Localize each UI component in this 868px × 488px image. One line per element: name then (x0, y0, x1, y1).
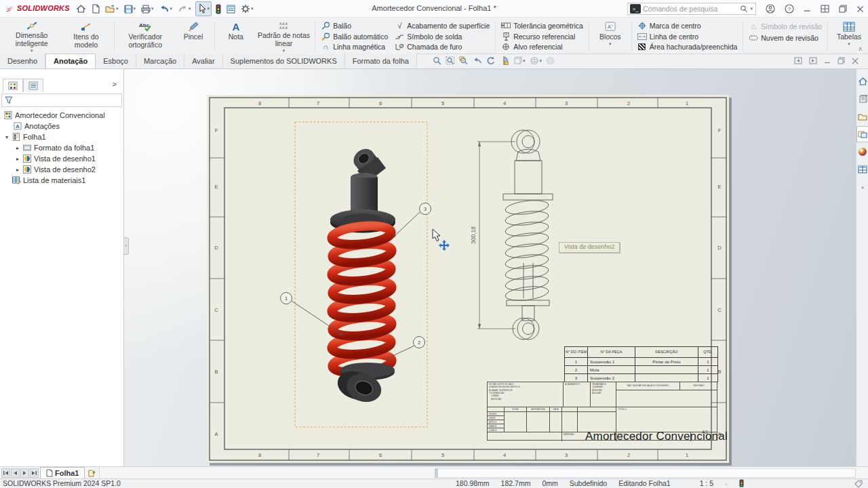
status-tag-icon[interactable] (854, 480, 863, 488)
account-button[interactable] (766, 4, 775, 14)
minimize-button[interactable] (804, 5, 811, 13)
propertymanager-tab[interactable] (23, 79, 43, 92)
options-button[interactable]: ▾ (239, 1, 255, 16)
tab-formato-folha[interactable]: Formato da folha (345, 54, 417, 68)
next-sheet-button[interactable] (20, 468, 29, 478)
appearance-button[interactable] (546, 56, 555, 65)
first-sheet-button[interactable] (1, 468, 10, 478)
taskpane-home-button[interactable] (856, 73, 868, 89)
help-button[interactable]: ? (785, 4, 794, 14)
bom-cell[interactable]: 1 (698, 358, 718, 366)
search-input[interactable]: Comandos de pesquisa (643, 5, 740, 13)
tree-item-formato[interactable]: ▸ Formato da folha1 (0, 142, 123, 153)
bom-cell[interactable]: Suspensão 1 (588, 358, 635, 366)
blocks-button[interactable]: A° Blocos ▾ (591, 19, 629, 54)
tab-anotacao[interactable]: Anotação (45, 54, 96, 68)
bom-cell[interactable]: 2 (565, 366, 588, 374)
zoom-to-area-button[interactable] (459, 56, 469, 65)
bom-row[interactable]: 3 Suspensão 2 1 (565, 374, 718, 382)
sheet-tab-folha1[interactable]: Folha1 (40, 467, 85, 479)
close-button[interactable] (856, 5, 864, 13)
tree-item-annotations[interactable]: A Anotações (0, 121, 123, 131)
bom-row[interactable]: 1 Suspensão 1 Pintar de Preto 1 (565, 358, 718, 366)
bom-cell[interactable] (635, 366, 698, 374)
rebuild-button[interactable] (214, 1, 222, 16)
dock-right-button[interactable] (809, 57, 817, 64)
tree-item-folha1[interactable]: ▾ Folha1 (0, 131, 123, 142)
layout-button[interactable] (821, 5, 829, 13)
spell-checker-button[interactable]: Abc Verificador ortográfico (117, 19, 174, 54)
bom-cell[interactable]: Mola (588, 366, 635, 374)
doc-restore-button[interactable] (837, 57, 845, 64)
appearances-button[interactable] (856, 144, 868, 160)
tree-item-vista1[interactable]: ▸ Vista de desenho1 (0, 153, 123, 164)
bom-cell[interactable]: Suspensão 2 (588, 374, 635, 382)
weld-symbol-button[interactable]: Símbolo de solda (393, 31, 492, 42)
tab-avaliar[interactable]: Avaliar (184, 54, 222, 68)
ribbon-collapse-icon[interactable]: ∧ (858, 45, 863, 52)
doc-minimize-button[interactable] (824, 58, 831, 64)
zoom-button[interactable] (433, 56, 441, 65)
previous-view-button[interactable] (473, 57, 482, 65)
select-tool-button[interactable]: ▾ (195, 1, 212, 16)
home-button[interactable] (75, 1, 87, 16)
geometric-tolerance-button[interactable]: Tolerância geométrica (499, 20, 585, 31)
datum-target-button[interactable]: Alvo referencial (499, 41, 585, 52)
bom-cell[interactable]: 1 (565, 358, 588, 366)
smart-dimension-button[interactable]: Dimensão inteligente ▾ (3, 19, 60, 54)
datum-feature-button[interactable]: ARecurso referencial (499, 31, 585, 42)
tab-desenho[interactable]: Desenho (0, 54, 45, 68)
surface-finish-button[interactable]: √Acabamento de superfície (393, 20, 492, 31)
tree-root-item[interactable]: Amortecedor Convencional (0, 110, 123, 121)
taskpane-more-icon[interactable]: ▲ (856, 179, 868, 195)
tab-esboco[interactable]: Esboço (96, 54, 136, 68)
tree-filter-input[interactable] (1, 94, 122, 107)
search-icon[interactable] (740, 5, 748, 13)
drawing-view1-shock-absorber[interactable] (330, 145, 395, 407)
status-rebuild-icon[interactable] (739, 479, 744, 487)
tree-collapsed-icon[interactable]: ▸ (15, 145, 20, 151)
design-library-button[interactable] (856, 91, 868, 107)
magnetic-line-button[interactable]: ∩Linha magnética (319, 41, 390, 52)
bom-table[interactable]: N° DO ITEM N° DA PEÇA DESCRIÇÃO QTD. 1 S… (564, 346, 718, 382)
format-painter-button[interactable]: Pincel (174, 19, 212, 54)
bom-cell[interactable]: 1 (698, 366, 718, 374)
bom-cell[interactable]: 3 (565, 374, 588, 382)
redo-button[interactable]: ▾ (176, 1, 193, 16)
hole-callout-button[interactable]: Chamada de furo (393, 41, 492, 52)
view-orientation-button[interactable]: ▾ (513, 56, 526, 65)
prev-sheet-button[interactable] (11, 468, 20, 478)
tree-collapsed-icon[interactable]: ▸ (15, 167, 20, 173)
auto-balloon-button[interactable]: Balão automático (319, 31, 390, 42)
model-items-button[interactable]: Itens do modelo (60, 19, 111, 54)
tree-item-bom[interactable]: Lista de materiais1 (0, 175, 123, 186)
undo-button[interactable]: ▾ (158, 1, 174, 16)
tree-collapsed-icon[interactable]: ▸ (15, 156, 20, 162)
linear-note-pattern-button[interactable]: AAAAAA Padrão de notas linear ▾ (255, 19, 313, 54)
doc-close-button[interactable] (852, 58, 859, 64)
bom-cell[interactable]: Pintar de Preto (635, 358, 698, 366)
graphics-area[interactable]: ‹ (124, 69, 856, 466)
redraw-button[interactable] (486, 56, 495, 65)
balloon-button[interactable]: Balão (319, 20, 390, 31)
panel-expand-icon[interactable]: > (113, 80, 117, 88)
featuremanager-tab[interactable] (3, 79, 23, 92)
dock-left-button[interactable] (794, 57, 802, 64)
view-palette-button[interactable] (856, 126, 868, 142)
bom-cell[interactable]: 1 (698, 374, 718, 382)
open-button[interactable]: ▾ (104, 1, 120, 16)
tree-expanded-icon[interactable]: ▾ (4, 134, 9, 140)
custom-properties-button[interactable] (856, 161, 868, 178)
hatch-area-button[interactable]: Área hachurada/preenchida (635, 41, 740, 52)
add-sheet-button[interactable] (85, 467, 100, 479)
revision-cloud-button[interactable]: Nuvem de revisão (747, 32, 824, 43)
file-properties-button[interactable] (225, 1, 237, 16)
new-document-button[interactable] (90, 1, 101, 16)
restore-button[interactable] (839, 5, 847, 13)
center-mark-button[interactable]: Marca de centro (635, 20, 740, 31)
menu-expander-icon[interactable]: › (58, 4, 61, 12)
last-sheet-button[interactable] (30, 468, 39, 478)
search-caret-icon[interactable]: ▾ (750, 6, 753, 12)
dimension-300-18[interactable]: 300,18 (470, 142, 515, 329)
horizontal-scrollbar[interactable] (437, 468, 856, 478)
